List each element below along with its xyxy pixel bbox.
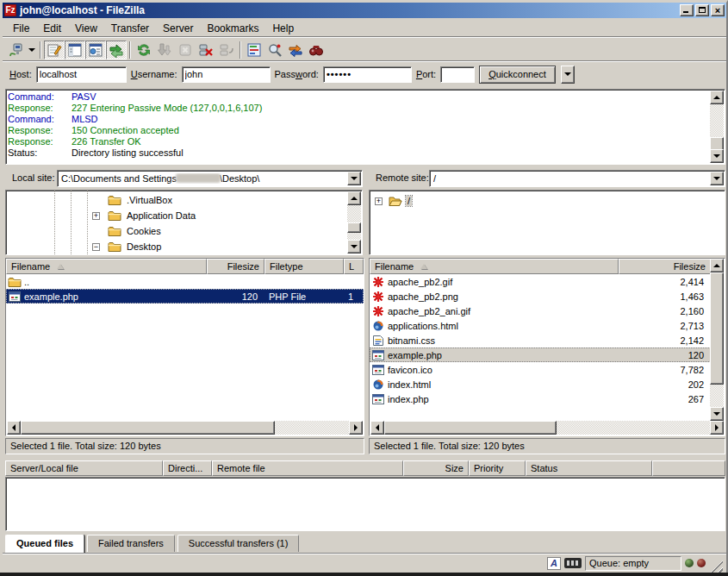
site-manager-dropdown[interactable] <box>27 41 37 59</box>
local-tree-vertical-scrollbar[interactable] <box>347 191 361 254</box>
file-row[interactable]: index.html202 <box>370 377 711 391</box>
column-header-filesize[interactable]: Filesize <box>207 259 264 274</box>
speed-limits-icon[interactable] <box>564 558 582 568</box>
file-row[interactable]: apache_pb2.png1,463 <box>370 289 711 304</box>
reconnect-button[interactable] <box>216 41 237 59</box>
find-files-button[interactable] <box>306 41 327 59</box>
arrow-up-icon <box>713 96 720 99</box>
toggle-local-tree-button[interactable] <box>65 41 85 59</box>
log-vertical-scrollbar[interactable] <box>710 91 724 163</box>
toggle-message-log-button[interactable] <box>44 41 65 59</box>
username-input[interactable] <box>182 66 271 83</box>
scroll-right-button[interactable] <box>710 421 724 435</box>
cancel-operation-button[interactable] <box>175 41 196 59</box>
scroll-thumb[interactable] <box>710 272 724 385</box>
file-row-parent-dir[interactable]: .. <box>6 274 364 289</box>
toggle-transfer-queue-button[interactable] <box>106 41 127 59</box>
window-bottom-edge <box>0 573 728 576</box>
menu-help[interactable]: Help <box>265 21 301 36</box>
process-queue-button[interactable] <box>154 41 175 59</box>
disconnect-button[interactable] <box>196 41 216 59</box>
expand-icon[interactable]: + <box>375 197 383 205</box>
remote-site-path: / <box>433 173 707 184</box>
tab-failed-transfers[interactable]: Failed transfers <box>87 535 175 552</box>
local-list-horizontal-scrollbar[interactable] <box>7 421 363 435</box>
column-header-status[interactable]: Status <box>526 460 652 476</box>
compare-directories-button[interactable] <box>264 41 285 59</box>
column-header-size[interactable]: Size <box>403 460 469 476</box>
close-button[interactable]: × <box>711 4 725 16</box>
quickconnect-dropdown[interactable] <box>561 66 575 84</box>
menu-transfer[interactable]: Transfer <box>104 21 156 36</box>
remote-site-path-combo[interactable]: / <box>429 170 725 187</box>
column-header-direction[interactable]: Directi... <box>163 460 212 476</box>
resize-grip[interactable] <box>711 560 723 573</box>
menu-file[interactable]: File <box>6 21 36 36</box>
scroll-thumb[interactable] <box>384 421 557 435</box>
remote-list-vertical-scrollbar[interactable] <box>710 259 724 421</box>
synchronized-browsing-button[interactable] <box>285 41 306 59</box>
scroll-left-button[interactable] <box>7 421 21 435</box>
scroll-track[interactable] <box>710 385 724 407</box>
refresh-button[interactable] <box>134 41 154 59</box>
file-row[interactable]: applications.html2,713 <box>370 318 711 333</box>
host-input[interactable] <box>36 66 127 83</box>
tree-item-virtualbox[interactable]: .VirtualBox <box>6 192 346 208</box>
file-row[interactable]: apache_pb2.gif2,414 <box>370 274 711 289</box>
scroll-thumb[interactable] <box>21 421 275 435</box>
remote-list-horizontal-scrollbar[interactable] <box>370 421 724 435</box>
data-type-ascii-icon[interactable]: A <box>547 557 561 570</box>
tree-item-cookies[interactable]: Cookies <box>6 223 346 239</box>
site-manager-icon <box>9 42 24 58</box>
html-file-icon <box>371 379 385 391</box>
scroll-up-button[interactable] <box>347 191 361 205</box>
column-header-remote-file[interactable]: Remote file <box>212 460 403 476</box>
tree-item-application-data[interactable]: + Application Data <box>6 208 346 223</box>
file-row[interactable]: bitnami.css2,142 <box>370 333 711 347</box>
menu-edit[interactable]: Edit <box>36 21 68 36</box>
expand-icon[interactable]: + <box>92 212 100 220</box>
scroll-down-button[interactable] <box>710 407 724 421</box>
file-row-example-php[interactable]: example.php120 <box>370 347 711 362</box>
scroll-right-button[interactable] <box>349 421 363 435</box>
tab-queued-files[interactable]: Queued files <box>5 535 84 554</box>
scroll-up-button[interactable] <box>710 259 724 272</box>
column-header-priority[interactable]: Priority <box>469 460 526 476</box>
column-header-filetype[interactable]: Filetype <box>264 259 344 274</box>
password-input[interactable] <box>323 66 412 83</box>
column-header-filename[interactable]: Filename <box>6 259 207 274</box>
local-site-path-combo[interactable]: C:\Documents and Settings\Desktop\ <box>57 170 363 187</box>
scroll-up-button[interactable] <box>710 91 724 104</box>
remote-selection-status: Selected 1 file. Total size: 120 bytes <box>369 438 725 454</box>
column-header-server-local-file[interactable]: Server/Local file <box>5 460 163 476</box>
site-manager-button[interactable] <box>6 41 27 59</box>
file-row-example-php[interactable]: example.php 120 PHP File 1 <box>6 289 364 304</box>
scroll-down-button[interactable] <box>347 240 361 254</box>
menu-view[interactable]: View <box>68 21 104 36</box>
toggle-remote-tree-button[interactable] <box>85 41 106 59</box>
port-input[interactable] <box>440 66 475 83</box>
column-header-filesize[interactable]: Filesize <box>619 259 711 274</box>
tree-item-root[interactable]: + / <box>370 193 723 209</box>
column-header-filename[interactable]: Filename <box>370 259 619 274</box>
scroll-left-button[interactable] <box>370 421 384 435</box>
scroll-down-button[interactable] <box>710 149 724 163</box>
combo-dropdown-button[interactable] <box>710 172 724 185</box>
column-header-last-modified[interactable]: L <box>344 259 364 274</box>
combo-dropdown-button[interactable] <box>347 172 361 185</box>
menu-server[interactable]: Server <box>156 21 200 36</box>
file-row[interactable]: index.php267 <box>370 391 711 406</box>
scroll-thumb[interactable] <box>347 222 361 233</box>
collapse-icon[interactable]: − <box>92 243 100 251</box>
file-row[interactable]: favicon.ico7,782 <box>370 362 711 377</box>
tree-item-desktop[interactable]: − Desktop <box>6 239 346 254</box>
tab-successful-transfers[interactable]: Successful transfers (1) <box>177 535 300 552</box>
title-bar[interactable]: Fz john@localhost - FileZilla × <box>3 3 726 18</box>
maximize-button[interactable] <box>695 4 709 16</box>
file-row[interactable]: apache_pb2_ani.gif2,160 <box>370 304 711 318</box>
message-log-lines: Command:PASV Response:227 Entering Passi… <box>8 91 709 162</box>
minimize-button[interactable] <box>680 4 694 16</box>
directory-filters-button[interactable] <box>244 41 264 59</box>
menu-bookmarks[interactable]: Bookmarks <box>200 21 265 36</box>
quickconnect-button[interactable]: Quickconnect <box>479 66 556 84</box>
